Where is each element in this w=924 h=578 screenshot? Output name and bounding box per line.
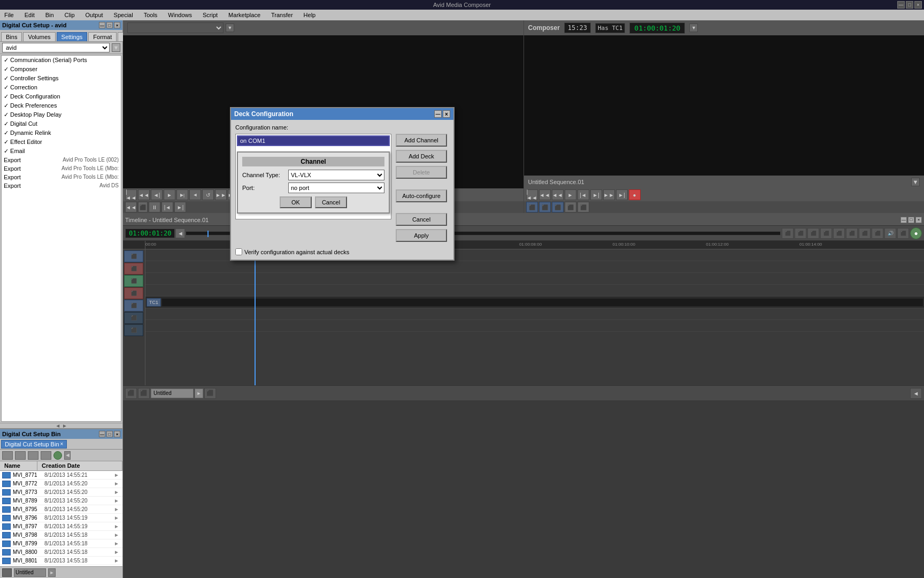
bin-tab-active[interactable]: Digital Cut Setup Bin × bbox=[1, 440, 67, 448]
tl-tool6[interactable]: ⬛ bbox=[846, 228, 858, 239]
tl-bottom-btn1[interactable]: ⬛ bbox=[125, 388, 137, 399]
tool2[interactable]: ⬛ bbox=[138, 202, 148, 212]
tl-bottom-btn4[interactable]: ◄ bbox=[910, 388, 922, 399]
menu-transfer[interactable]: Transfer bbox=[269, 11, 295, 19]
tl-name-arrow[interactable]: ► bbox=[195, 389, 203, 398]
settings-item-desktop-play[interactable]: ✓ Desktop Play Delay bbox=[2, 110, 121, 119]
rec-tool1[interactable]: ⬛ bbox=[526, 202, 538, 212]
tl-bottom-btn2[interactable]: ⬛ bbox=[138, 388, 150, 399]
settings-arrow-btn[interactable]: ▼ bbox=[112, 43, 120, 52]
deck-config-modal[interactable]: Deck Configuration — × Configuration nam… bbox=[230, 107, 455, 261]
tl-tc-menu[interactable]: ◄ bbox=[176, 229, 184, 238]
menu-windows[interactable]: Windows bbox=[166, 11, 194, 19]
bin-arrow-right-btn[interactable]: ► bbox=[48, 568, 56, 577]
r-step-back-btn[interactable]: ◄◄ bbox=[552, 189, 564, 200]
tl-tool5[interactable]: ⬛ bbox=[833, 228, 845, 239]
tl-close-btn[interactable]: × bbox=[915, 217, 922, 223]
add-channel-btn[interactable]: Add Channel bbox=[396, 134, 447, 147]
menu-file[interactable]: File bbox=[2, 11, 16, 19]
tl-bottom-btn3[interactable]: ⬛ bbox=[204, 388, 216, 399]
settings-item-effect-editor[interactable]: ✓ Effect Editor bbox=[2, 138, 121, 147]
bin-item-8799[interactable]: MVI_8799 8/1/2013 14:55:18 ► bbox=[0, 539, 122, 548]
tl-tool4[interactable]: ⬛ bbox=[820, 228, 832, 239]
settings-item-comm-ports[interactable]: ✓ Communication (Serial) Ports bbox=[2, 56, 121, 65]
tl-audio-btn[interactable]: 🔊 bbox=[884, 228, 896, 239]
r-fast-rev-btn[interactable]: ◄◄ bbox=[539, 189, 551, 200]
ok-btn[interactable]: OK bbox=[280, 196, 312, 208]
bin-item-8772[interactable]: MVI_8772 8/1/2013 14:55:20 ► bbox=[0, 480, 122, 488]
menu-clip[interactable]: Clip bbox=[63, 11, 77, 19]
rec-tool5[interactable]: ⬛ bbox=[578, 202, 589, 212]
settings-item-export3[interactable]: ExportAvid Pro Tools LE (Mbo: bbox=[2, 173, 121, 181]
tab-bins[interactable]: Bins bbox=[1, 32, 22, 41]
bin-tool-1[interactable] bbox=[2, 451, 13, 460]
minimize-btn[interactable]: — bbox=[897, 1, 905, 9]
step-back-btn[interactable]: ◄| bbox=[151, 189, 163, 200]
source-dropdown[interactable] bbox=[127, 22, 224, 33]
panel-maximize-btn[interactable]: □ bbox=[106, 22, 113, 28]
bin-item-8773[interactable]: MVI_8773 8/1/2013 14:55:20 ► bbox=[0, 488, 122, 497]
r-mark-out-btn[interactable]: ►| bbox=[590, 189, 602, 200]
tl-tool7[interactable]: ⬛ bbox=[859, 228, 871, 239]
tl-tool8[interactable]: ⬛ bbox=[872, 228, 883, 239]
tl-clip-btn[interactable]: ⬛ bbox=[897, 228, 909, 239]
track-label-r[interactable]: ⬛ bbox=[124, 287, 143, 299]
menu-script[interactable]: Script bbox=[201, 11, 220, 19]
maximize-btn[interactable]: □ bbox=[906, 1, 913, 9]
modal-cancel-btn[interactable]: Cancel bbox=[396, 213, 447, 226]
bin-tool-3[interactable] bbox=[28, 451, 38, 460]
menu-tools[interactable]: Tools bbox=[142, 11, 160, 19]
bin-tab-close-btn[interactable]: × bbox=[60, 441, 64, 447]
r-trim-btn[interactable]: ● bbox=[629, 189, 641, 200]
settings-item-dynamic-relink[interactable]: ✓ Dynamic Relink bbox=[2, 128, 121, 138]
menu-help[interactable]: Help bbox=[302, 11, 318, 19]
tl-minimize-btn[interactable]: — bbox=[900, 217, 907, 223]
tl-record-btn[interactable]: ● bbox=[910, 227, 922, 239]
bin-item-8801[interactable]: MVI_8801 8/1/2013 14:55:18 ► bbox=[0, 557, 122, 565]
mark-in-btn[interactable]: ▶| bbox=[176, 189, 188, 200]
menu-special[interactable]: Special bbox=[112, 11, 135, 19]
add-deck-btn[interactable]: Add Deck bbox=[396, 150, 447, 163]
settings-item-controller[interactable]: ✓ Controller Settings bbox=[2, 74, 121, 83]
tool1[interactable]: ◄◄ bbox=[125, 202, 137, 212]
track-label-m[interactable]: ⬛ bbox=[124, 312, 143, 324]
bin-item-8796[interactable]: MVI_8796 8/1/2013 14:55:19 ► bbox=[0, 514, 122, 522]
tab-format[interactable]: Format bbox=[88, 32, 117, 41]
play-btn[interactable]: ► bbox=[164, 189, 175, 200]
settings-item-composer[interactable]: ✓ Composer bbox=[2, 65, 121, 74]
bin-name-field[interactable]: Untitled bbox=[14, 568, 46, 577]
bin-bottom-btn1[interactable] bbox=[2, 568, 12, 577]
bin-tool-2[interactable] bbox=[15, 451, 26, 460]
settings-item-correction[interactable]: ✓ Correction bbox=[2, 83, 121, 92]
tc-menu-btn[interactable]: ▼ bbox=[689, 24, 698, 32]
tl-tool1[interactable]: ⬛ bbox=[782, 228, 794, 239]
menu-edit[interactable]: Edit bbox=[22, 11, 37, 19]
delete-btn[interactable]: Delete bbox=[396, 166, 447, 179]
track-label-audio[interactable]: ⬛ bbox=[124, 263, 143, 275]
r-play-btn[interactable]: ► bbox=[565, 189, 576, 200]
bin-item-8797[interactable]: MVI_8797 8/1/2013 14:55:19 ► bbox=[0, 522, 122, 531]
tab-volumes[interactable]: Volumes bbox=[23, 32, 55, 41]
bin-item-8798[interactable]: MVI_8798 8/1/2013 14:55:18 ► bbox=[0, 531, 122, 539]
settings-item-deck-prefs[interactable]: ✓ Deck Preferences bbox=[2, 101, 121, 110]
apply-btn[interactable]: Apply bbox=[396, 229, 447, 242]
menu-marketplace[interactable]: Marketplace bbox=[226, 11, 263, 19]
bin-item-8795[interactable]: MVI_8795 8/1/2013 14:55:20 ► bbox=[0, 505, 122, 514]
auto-configure-btn[interactable]: Auto-configure bbox=[396, 189, 447, 202]
rec-tool4[interactable]: ⬛ bbox=[565, 202, 576, 212]
tool3[interactable]: ⏸ bbox=[149, 202, 160, 212]
settings-item-export1[interactable]: ExportAvid Pro Tools LE (002) bbox=[2, 156, 121, 164]
tl-maximize-btn[interactable]: □ bbox=[908, 217, 914, 223]
r-go-start-btn[interactable]: |◄◄ bbox=[526, 189, 538, 200]
menu-output[interactable]: Output bbox=[83, 11, 105, 19]
bin-item-8800[interactable]: MVI_8800 8/1/2013 14:55:18 ► bbox=[0, 548, 122, 557]
tool5[interactable]: ►| bbox=[174, 202, 186, 212]
fast-rev-btn[interactable]: ◄◄ bbox=[138, 189, 150, 200]
track-label-v[interactable]: ⬛ bbox=[124, 275, 143, 287]
r-fast-fwd-btn[interactable]: ►► bbox=[603, 189, 615, 200]
loop-btn[interactable]: ↺ bbox=[202, 189, 214, 200]
settings-item-digital-cut[interactable]: ✓ Digital Cut bbox=[2, 119, 121, 128]
tl-tool2[interactable]: ⬛ bbox=[795, 228, 806, 239]
bin-add-btn[interactable] bbox=[53, 451, 62, 460]
r-step-fwd-btn[interactable]: ►| bbox=[616, 189, 628, 200]
